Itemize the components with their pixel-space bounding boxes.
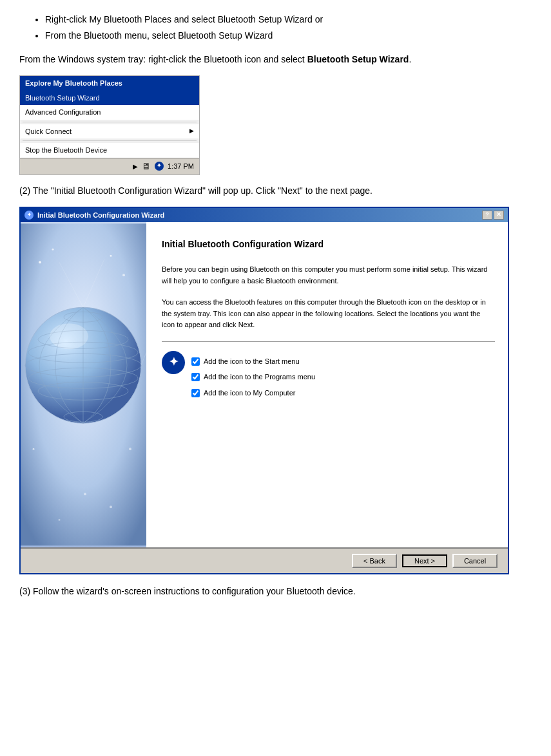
svg-point-18 bbox=[59, 519, 61, 521]
wizard-separator bbox=[162, 341, 495, 342]
svg-point-12 bbox=[52, 249, 54, 250]
globe-graphic bbox=[21, 222, 146, 547]
context-menu-screenshot: Explore My Bluetooth Places Bluetooth Se… bbox=[19, 75, 532, 175]
cancel-button[interactable]: Cancel bbox=[452, 554, 498, 568]
titlebar-left: ✦ Initial Bluetooth Configuration Wizard bbox=[24, 210, 164, 221]
wizard-titlebar: ✦ Initial Bluetooth Configuration Wizard… bbox=[21, 208, 508, 223]
checkbox-my-computer[interactable] bbox=[191, 389, 200, 397]
menu-separator-1 bbox=[23, 122, 197, 122]
taskbar-network-icon: 🖥 bbox=[142, 160, 151, 173]
help-button[interactable]: ? bbox=[482, 211, 492, 220]
menu-item-setup-wizard: Bluetooth Setup Wizard bbox=[20, 91, 199, 106]
checkbox-group: Add the icon to the Start menu Add the i… bbox=[191, 356, 315, 399]
wizard-body: Initial Bluetooth Configuration Wizard B… bbox=[21, 222, 508, 547]
intro-prefix: From the Windows system tray: right-clic… bbox=[19, 54, 307, 64]
wizard-left-panel bbox=[21, 222, 146, 547]
wizard-footer: < Back Next > Cancel bbox=[21, 547, 508, 573]
svg-point-13 bbox=[122, 274, 125, 276]
taskbar: ▶ 🖥 ✦ 1:37 PM bbox=[20, 158, 199, 175]
svg-point-19 bbox=[110, 506, 112, 508]
checkbox-label-start-menu: Add the icon to the Start menu bbox=[204, 356, 300, 367]
menu-item-advanced-config: Advanced Configuration bbox=[20, 105, 199, 120]
next-button[interactable]: Next > bbox=[402, 554, 447, 567]
taskbar-time: 1:37 PM bbox=[168, 161, 194, 172]
checkbox-row-2: Add the icon to the Programs menu bbox=[191, 372, 315, 383]
svg-point-16 bbox=[33, 448, 35, 450]
svg-point-15 bbox=[129, 448, 131, 450]
bluetooth-tray-icon: ✦ bbox=[155, 162, 164, 171]
close-button[interactable]: ✕ bbox=[494, 211, 504, 220]
bluetooth-logo: ✦ bbox=[162, 351, 185, 374]
wizard-window: ✦ Initial Bluetooth Configuration Wizard… bbox=[19, 207, 509, 574]
menu-item-stop-bluetooth: Stop the Bluetooth Device bbox=[20, 143, 199, 158]
menu-item-quick-connect: Quick Connect bbox=[20, 124, 199, 139]
checkbox-label-my-computer: Add the icon to My Computer bbox=[204, 388, 295, 399]
bt-logo-row: ✦ Add the icon to the Start menu Add the… bbox=[162, 351, 495, 399]
wizard-window-title: Initial Bluetooth Configuration Wizard bbox=[37, 210, 164, 221]
wizard-description-2: You can access the Bluetooth features on… bbox=[162, 297, 495, 331]
step3-paragraph: (3) Follow the wizard's on-screen instru… bbox=[19, 585, 532, 598]
titlebar-buttons: ? ✕ bbox=[482, 211, 504, 220]
intro-paragraph: From the Windows system tray: right-clic… bbox=[19, 53, 532, 66]
taskbar-arrow-icon: ▶ bbox=[133, 162, 138, 171]
checkbox-start-menu[interactable] bbox=[191, 357, 200, 366]
context-menu-window: Explore My Bluetooth Places Bluetooth Se… bbox=[19, 75, 200, 175]
wizard-window-icon: ✦ bbox=[24, 211, 34, 220]
menu-separator-2 bbox=[23, 140, 197, 141]
step2-paragraph: (2) The "Initial Bluetooth Configuration… bbox=[19, 184, 532, 198]
wizard-title: Initial Bluetooth Configuration Wizard bbox=[162, 238, 495, 251]
wizard-description-1: Before you can begin using Bluetooth on … bbox=[162, 264, 495, 287]
intro-bold: Bluetooth Setup Wizard bbox=[307, 54, 409, 64]
checkbox-programs-menu[interactable] bbox=[191, 373, 200, 381]
bullet-item-1: Right-click My Bluetooth Places and sele… bbox=[45, 13, 532, 26]
checkbox-row-1: Add the icon to the Start menu bbox=[191, 356, 315, 367]
checkbox-row-3: Add the icon to My Computer bbox=[191, 388, 315, 399]
wizard-right-panel: Initial Bluetooth Configuration Wizard B… bbox=[146, 222, 508, 547]
svg-point-11 bbox=[39, 261, 41, 263]
bullet-item-2: From the Bluetooth menu, select Bluetoot… bbox=[45, 29, 532, 43]
menu-header: Explore My Bluetooth Places bbox=[20, 76, 199, 91]
intro-suffix: . bbox=[409, 54, 411, 64]
svg-point-10 bbox=[50, 323, 88, 349]
back-button[interactable]: < Back bbox=[352, 554, 397, 568]
svg-point-17 bbox=[84, 493, 86, 495]
bullet-list: Right-click My Bluetooth Places and sele… bbox=[45, 13, 532, 43]
svg-point-14 bbox=[110, 255, 112, 257]
checkbox-label-programs-menu: Add the icon to the Programs menu bbox=[204, 372, 315, 383]
